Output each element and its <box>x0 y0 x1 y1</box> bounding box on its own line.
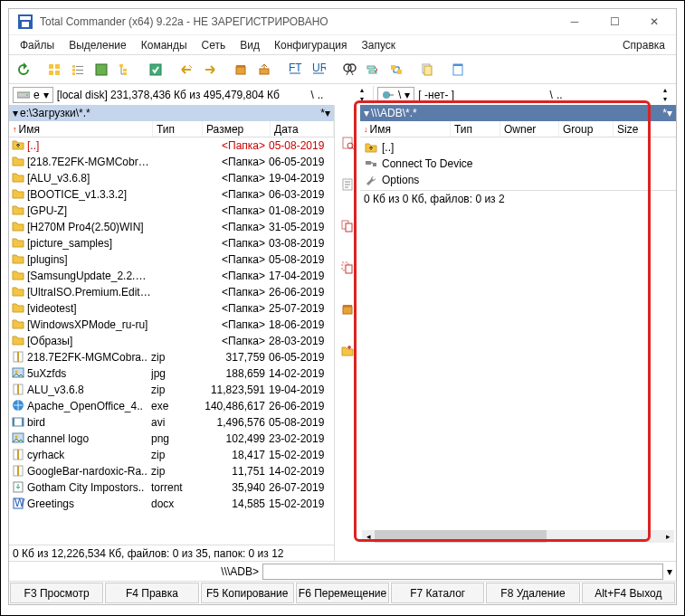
ftp-new-icon[interactable]: URL <box>308 59 329 81</box>
right-path-bar[interactable]: ▾ \\\ADB\*.* * ▾ <box>360 105 676 121</box>
invert-sel-icon[interactable] <box>145 59 166 81</box>
edit-file-icon[interactable] <box>337 174 358 195</box>
table-row[interactable]: WGreetingsdocx14,58515-02-2019 <box>9 496 334 512</box>
list-item[interactable]: [..] <box>362 139 674 156</box>
menu-view[interactable]: Вид <box>233 37 267 53</box>
cmd-dropdown-icon[interactable]: ▾ <box>663 565 676 578</box>
left-uparrow[interactable]: ▴ <box>355 86 369 95</box>
chevron-down-icon[interactable]: ▾ <box>325 107 330 119</box>
col-name[interactable]: ↑Имя <box>9 121 153 137</box>
table-row[interactable]: [GPU-Z]<Папка>01-08-2019 <box>9 203 334 219</box>
f6-move-button[interactable]: F6 Перемещение <box>296 583 389 603</box>
right-root-button[interactable]: \ <box>550 89 553 101</box>
close-button[interactable]: ✕ <box>634 9 674 34</box>
table-row[interactable]: GoogleBar-nardoxic-Ra..zip11,75114-02-20… <box>9 463 334 479</box>
scroll-left-icon[interactable]: ◂ <box>362 530 375 543</box>
view-tree-icon[interactable] <box>114 59 136 81</box>
refresh-icon[interactable] <box>13 59 34 81</box>
menu-files[interactable]: Файлы <box>13 37 62 53</box>
svg-rect-13 <box>96 64 107 75</box>
minimize-button[interactable]: ─ <box>555 9 595 34</box>
left-updir-button[interactable]: .. <box>318 89 324 101</box>
col-owner[interactable]: Owner <box>500 121 559 137</box>
table-row[interactable]: Gotham City Impostors..torrent35,94026-0… <box>9 479 334 496</box>
menu-selection[interactable]: Выделение <box>62 37 134 53</box>
search-icon[interactable] <box>338 59 360 81</box>
table-row[interactable]: channel logopng102,49923-02-2019 <box>9 431 334 447</box>
menu-config[interactable]: Конфигурация <box>267 37 355 53</box>
file-size: <Папка> <box>201 335 269 347</box>
pack-mid-icon[interactable] <box>337 299 358 320</box>
table-row[interactable]: [picture_samples]<Папка>03-08-2019 <box>9 235 334 251</box>
menu-commands[interactable]: Команды <box>134 37 195 53</box>
menu-start[interactable]: Запуск <box>355 37 404 53</box>
left-file-list[interactable]: [..]<Папка>05-08-2019[218.7E2FK-MGMCobra… <box>9 137 334 545</box>
f4-edit-button[interactable]: F4 Правка <box>105 583 198 603</box>
goto-fwd-icon[interactable] <box>199 59 221 81</box>
table-row[interactable]: [218.7E2FK-MGMCobraR4_dri..<Папка>06-05-… <box>9 154 334 170</box>
copy-names-icon[interactable] <box>416 59 438 81</box>
list-item[interactable]: Connect To Device <box>362 156 674 172</box>
table-row[interactable]: [UltraISO.Premium.Edition.Po..<Папка>26-… <box>9 284 334 300</box>
table-row[interactable]: birdavi1,496,57605-08-2019 <box>9 414 334 431</box>
table-row[interactable]: [SamsungUpdate_2.2.9.42]<Папка>17-04-201… <box>9 268 334 284</box>
view-full-icon[interactable] <box>67 59 89 81</box>
col-size[interactable]: Size <box>614 121 650 137</box>
table-row[interactable]: cyrhackzip18,41715-02-2019 <box>9 447 334 463</box>
sync-dirs-icon[interactable] <box>385 59 407 81</box>
table-row[interactable]: 5uXzfdsjpg188,65914-02-2019 <box>9 365 334 382</box>
right-drive-select[interactable]: \ ▾ <box>377 87 414 103</box>
right-updir-button[interactable]: .. <box>557 89 563 101</box>
unpack-icon[interactable] <box>253 59 275 81</box>
table-row[interactable]: [plugins]<Папка>05-08-2019 <box>9 251 334 268</box>
command-input[interactable] <box>262 564 663 580</box>
view-file-icon[interactable] <box>337 132 358 154</box>
view-thumbs-icon[interactable] <box>90 59 112 81</box>
scroll-right-icon[interactable]: ▸ <box>661 530 674 543</box>
f5-copy-button[interactable]: F5 Копирование <box>201 583 294 603</box>
col-tip[interactable]: Тип <box>153 121 203 137</box>
table-row[interactable]: [..]<Папка>05-08-2019 <box>9 137 334 154</box>
menu-help[interactable]: Справка <box>615 37 672 53</box>
goto-back-icon[interactable] <box>176 59 197 81</box>
table-row[interactable]: [Образы]<Папка>28-03-2019 <box>9 333 334 349</box>
table-row[interactable]: ALU_v3.6.8zip11,823,59119-04-2019 <box>9 382 334 398</box>
pack-icon[interactable] <box>230 59 252 81</box>
table-row[interactable]: 218.7E2FK-MGMCobra..zip317,75906-05-2019 <box>9 349 334 365</box>
col-date[interactable]: Дата <box>271 121 334 137</box>
col-group[interactable]: Group <box>559 121 614 137</box>
right-uparrow[interactable]: ▴ <box>658 86 672 95</box>
col-name[interactable]: ↓Имя <box>360 121 451 137</box>
table-row[interactable]: [H270M Pro4(2.50)WIN]<Папка>31-05-2019 <box>9 219 334 235</box>
maximize-button[interactable]: ☐ <box>595 9 634 34</box>
multirename-icon[interactable] <box>362 59 384 81</box>
right-scrollbar[interactable]: ◂ ▸ <box>362 530 674 543</box>
zip-icon <box>11 383 25 397</box>
f3-view-button[interactable]: F3 Просмотр <box>10 583 103 603</box>
col-tip[interactable]: Тип <box>451 121 500 137</box>
altf4-exit-button[interactable]: Alt+F4 Выход <box>582 583 675 603</box>
left-drive-select[interactable]: e ▾ <box>13 87 53 103</box>
copy-file-icon[interactable] <box>337 215 358 237</box>
newfolder-icon[interactable] <box>337 340 358 362</box>
f7-mkdir-button[interactable]: F7 Каталог <box>391 583 484 603</box>
table-row[interactable]: [videotest]<Папка>25-07-2019 <box>9 300 334 317</box>
left-path-bar[interactable]: ▾ e:\Загрузки\*.* * ▾ <box>9 105 334 121</box>
notepad-icon[interactable] <box>447 59 469 81</box>
chevron-down-icon[interactable]: ▾ <box>667 107 672 119</box>
list-item[interactable]: Options <box>362 172 674 188</box>
view-brief-icon[interactable] <box>43 59 65 81</box>
menu-net[interactable]: Сеть <box>195 37 233 53</box>
table-row[interactable]: Apache_OpenOffice_4..exe140,486,61726-06… <box>9 398 334 414</box>
move-file-icon[interactable] <box>337 257 358 279</box>
left-downarrow[interactable]: ▾ <box>355 95 369 104</box>
right-file-list[interactable]: [..] Connect To Device Options <box>360 137 676 190</box>
table-row[interactable]: [WindowsXPMode_ru-ru]<Папка>18-06-2019 <box>9 317 334 333</box>
col-size[interactable]: Размер <box>203 121 271 137</box>
f8-delete-button[interactable]: F8 Удаление <box>486 583 579 603</box>
left-root-button[interactable]: \ <box>310 89 313 101</box>
ftp-connect-icon[interactable]: FTP <box>284 59 306 81</box>
right-downarrow[interactable]: ▾ <box>658 95 672 104</box>
table-row[interactable]: [ALU_v3.6.8]<Папка>19-04-2019 <box>9 170 334 186</box>
table-row[interactable]: [BOOTICE_v1.3.3.2]<Папка>06-03-2019 <box>9 186 334 203</box>
